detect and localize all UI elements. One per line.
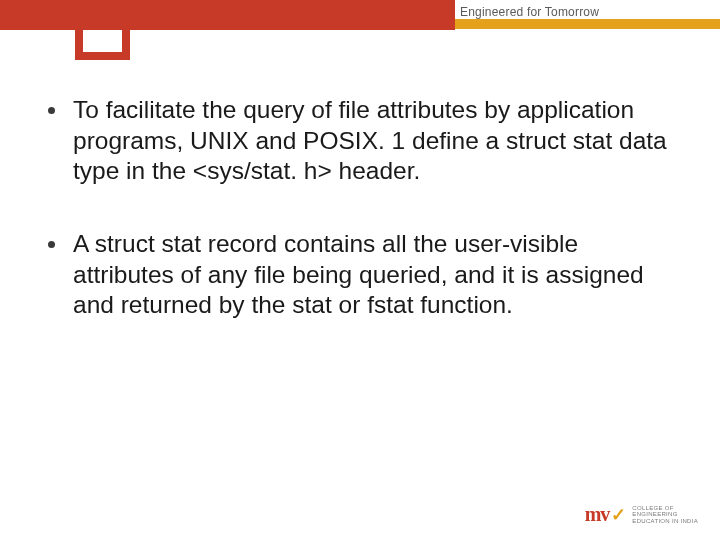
- header-title-box: [0, 0, 455, 30]
- bullet-item: A struct stat record contains all the us…: [48, 229, 672, 321]
- logo-text-block: COLLEGE OF ENGINEERING EDUCATION IN INDI…: [632, 505, 698, 525]
- logo-line: ENGINEERING: [632, 511, 698, 518]
- bullet-item: To facilitate the query of file attribut…: [48, 95, 672, 187]
- bullet-dot-icon: [48, 241, 55, 248]
- slide-content: To facilitate the query of file attribut…: [48, 95, 672, 363]
- logo-line: EDUCATION IN INDIA: [632, 518, 698, 525]
- header-tagline: Engineered for Tomorrow: [460, 5, 599, 19]
- bullet-dot-icon: [48, 107, 55, 114]
- logo-mark: mv: [585, 503, 610, 526]
- bullet-text: To facilitate the query of file attribut…: [73, 95, 672, 187]
- logo-line: COLLEGE OF: [632, 505, 698, 512]
- bullet-text: A struct stat record contains all the us…: [73, 229, 672, 321]
- footer-logo: mv ✓ COLLEGE OF ENGINEERING EDUCATION IN…: [585, 503, 698, 526]
- header-notch-decoration: [75, 30, 130, 60]
- logo-check-icon: ✓: [611, 504, 626, 526]
